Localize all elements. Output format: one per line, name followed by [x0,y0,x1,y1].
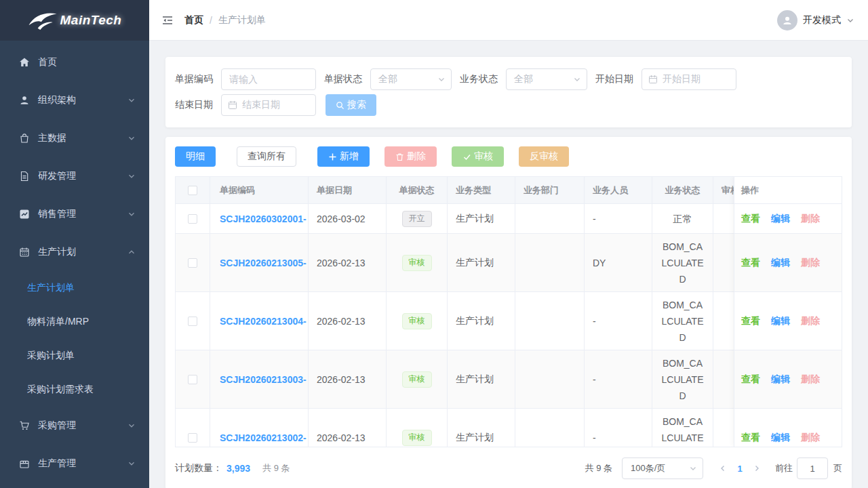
select-all-checkbox[interactable] [188,186,197,195]
prev-page-button[interactable] [715,464,730,472]
view-row-action[interactable]: 查看 [741,373,760,386]
col-header-status: 单据状态 [387,177,448,204]
edit-row-action[interactable]: 编辑 [771,432,790,444]
cell-code: SCJH20260213005- [210,234,309,292]
sidebar-item-label: 生产管理 [38,458,127,470]
delete-button[interactable]: 删除 [384,146,437,167]
sidebar-item-org[interactable]: 组织架构 [0,81,149,119]
audit-button[interactable]: 审核 [452,146,504,167]
delete-row-action[interactable]: 删除 [801,257,820,269]
breadcrumb: 首页 / 生产计划单 [184,14,266,26]
sidebar-item-label: 研发管理 [38,170,127,182]
content: 单据编码 单据状态 全部 业务状态 [149,41,868,488]
logo: MainTech [0,0,149,41]
toolbar: 明细查询所有新增删除审核反审核 [175,146,842,167]
doc-code-link[interactable]: SCJH20260213004- [220,316,307,327]
status-tag: 开立 [402,211,432,227]
cell-biz_type: 生产计划 [448,409,515,447]
doc-code-link[interactable]: SCJH20260213005- [220,258,307,268]
status-tag: 审核 [402,430,432,446]
cell-biz_dept [515,350,585,409]
col-header-code: 单据编码 [210,177,309,204]
cell-status: 审核 [387,292,448,350]
user-icon [19,95,30,106]
chevron-down-icon [127,422,136,430]
cell-biz_user: DY [585,234,652,292]
sidebar-item-label: 生产计划 [38,246,127,258]
cell-biz_user: - [585,409,652,447]
page-size-select[interactable]: 100条/页 [622,458,703,479]
end-date-label: 结束日期 [175,99,213,111]
goto-label: 前往 [775,462,793,474]
sidebar-item-home[interactable]: 首页 [0,43,149,81]
cell-status: 开立 [387,204,448,234]
search-button[interactable]: 搜索 [326,94,376,116]
sidebar-subitem-bom-mrp[interactable]: 物料清单/MRP [0,305,149,339]
doc-code-link[interactable]: SCJH20260213003- [220,374,307,385]
sidebar-item-production-plan[interactable]: 生产计划 [0,233,149,271]
edit-row-action[interactable]: 编辑 [771,257,790,269]
delete-row-action[interactable]: 删除 [801,315,820,327]
end-date-picker[interactable]: 结束日期 [221,94,316,116]
breadcrumb-home[interactable]: 首页 [184,14,203,26]
sidebar-subitem-production-plan-order[interactable]: 生产计划单 [0,271,149,305]
row-checkbox[interactable] [188,258,197,268]
goto-page-input[interactable] [797,458,828,479]
view-row-action[interactable]: 查看 [741,257,760,269]
row-checkbox[interactable] [188,433,197,443]
user-mode-label: 开发模式 [803,14,841,26]
edit-row-action[interactable]: 编辑 [771,213,790,225]
fixed-actions-column: 操作 查看编辑删除查看编辑删除查看编辑删除查看编辑删除查看编辑删除 [734,177,842,447]
cell-check [176,350,210,409]
sidebar-item-master-data[interactable]: 主数据 [0,119,149,157]
sidebar-subitem-purchase-plan-demand[interactable]: 采购计划需求表 [0,373,149,407]
row-checkbox[interactable] [188,317,197,326]
sidebar-item-sales-management[interactable]: 销售管理 [0,195,149,233]
filter-panel: 单据编码 单据状态 全部 业务状态 [165,57,852,127]
detail-button[interactable]: 明细 [175,146,216,167]
sidebar-subitem-label: 物料清单/MRP [27,316,89,328]
view-row-action[interactable]: 查看 [741,432,760,444]
cell-biz_user: - [585,204,652,234]
calendar-icon [19,247,30,258]
sidebar-item-label: 主数据 [38,132,127,144]
doc-code-link[interactable]: SCJH20260213002- [220,432,307,443]
col-header-biz_user: 业务人员 [585,177,652,204]
cell-check [176,292,210,350]
delete-row-action[interactable]: 删除 [801,373,820,386]
sidebar-item-rd-management[interactable]: 研发管理 [0,157,149,195]
doc-status-select[interactable]: 全部 [370,68,452,90]
plus-icon [328,152,337,161]
doc-code-input[interactable] [229,74,308,85]
col-header-actions: 操作 [734,177,842,204]
cell-biz_dept [515,234,585,292]
next-page-button[interactable] [749,464,764,472]
start-date-picker[interactable]: 开始日期 [642,68,736,90]
add-button[interactable]: 新增 [317,146,370,167]
doc-code-link[interactable]: SCJH20260302001- [220,214,307,224]
query-all-button[interactable]: 查询所有 [237,146,296,167]
row-checkbox[interactable] [188,375,197,384]
chevron-down-icon [127,134,136,142]
cart-icon [19,420,30,431]
sidebar-item-purchase-management[interactable]: 采购管理 [0,407,149,445]
unaudit-button[interactable]: 反审核 [519,146,569,167]
sidebar-item-production-management[interactable]: 生产管理 [0,445,149,483]
row-checkbox[interactable] [188,214,197,224]
sidebar-subitem-purchase-plan-order[interactable]: 采购计划单 [0,339,149,373]
biz-status-select[interactable]: 全部 [506,68,587,90]
user-menu[interactable]: 开发模式 [777,10,854,30]
cell-code: SCJH20260213002- [210,409,309,447]
view-row-action[interactable]: 查看 [741,315,760,327]
edit-row-action[interactable]: 编辑 [771,373,790,386]
view-row-action[interactable]: 查看 [741,213,760,225]
delete-row-action[interactable]: 删除 [801,213,820,225]
collapse-sidebar-icon[interactable] [161,14,174,26]
cell-check [176,234,210,292]
cell-status: 审核 [387,234,448,292]
edit-row-action[interactable]: 编辑 [771,315,790,327]
delete-row-action[interactable]: 删除 [801,432,820,444]
page-number-current[interactable]: 1 [730,464,749,474]
main-area: 首页 / 生产计划单 开发模式 单据编码 [149,0,868,488]
bag-icon [19,133,30,144]
